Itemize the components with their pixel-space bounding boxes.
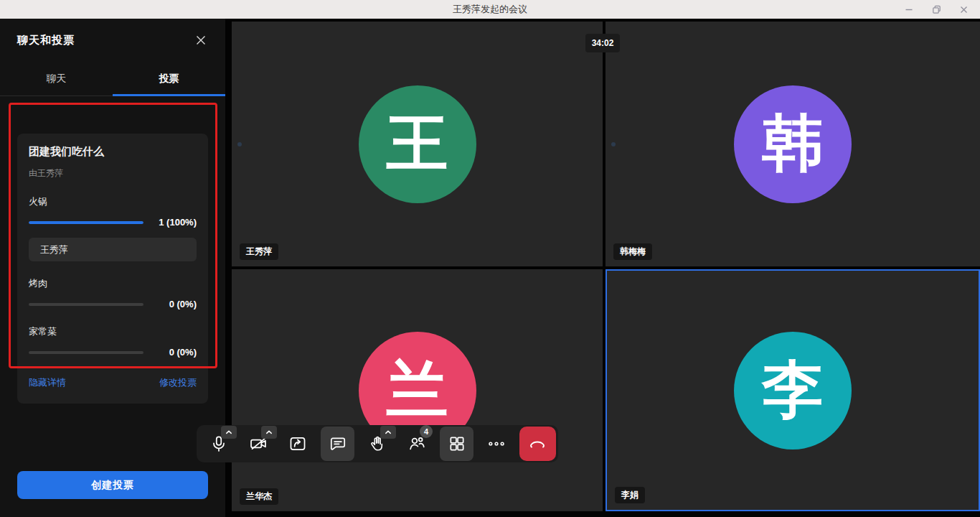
- poll-voter-chip: 王秀萍: [29, 238, 197, 261]
- meeting-timer: 34:02: [585, 34, 620, 52]
- participant-name-tag: 韩梅梅: [613, 243, 652, 260]
- tab-vote[interactable]: 投票: [113, 62, 225, 96]
- more-dots-icon: [487, 434, 506, 453]
- participant-name-tag: 王秀萍: [240, 243, 278, 260]
- video-tile-lanhuajie[interactable]: 兰 兰华杰: [232, 269, 603, 511]
- poll-voter-name: 王秀萍: [40, 243, 68, 256]
- hide-details-link[interactable]: 隐藏详情: [29, 376, 66, 389]
- poll-creator: 由王秀萍: [29, 167, 197, 180]
- active-tab-underline: [113, 94, 225, 96]
- minimize-button[interactable]: [895, 0, 923, 19]
- microphone-button[interactable]: [199, 425, 238, 462]
- poll-option: 烤肉 0 (0%): [29, 277, 197, 309]
- meeting-window: 王秀萍发起的会议: [0, 0, 980, 517]
- panel-title: 聊天和投票: [17, 34, 75, 47]
- poll-option-result: 0 (0%): [169, 347, 197, 358]
- chevron-up-icon: [265, 428, 273, 437]
- close-icon: [195, 34, 207, 46]
- poll-option-name: 烤肉: [29, 277, 197, 290]
- poll-option-bar-row: 0 (0%): [29, 347, 197, 358]
- share-screen-button[interactable]: [278, 425, 318, 462]
- participant-count-badge: 4: [420, 425, 433, 438]
- participant-name-tag: 李娟: [615, 487, 645, 503]
- close-window-button[interactable]: [950, 0, 977, 19]
- tab-chat[interactable]: 聊天: [0, 62, 113, 96]
- poll-option-result: 0 (0%): [169, 299, 197, 309]
- close-window-icon: [960, 6, 968, 14]
- panel-header: 聊天和投票: [0, 19, 225, 62]
- minimize-icon: [905, 5, 913, 14]
- poll-progress-fill: [29, 221, 143, 224]
- chat-poll-panel: 聊天和投票 聊天 投票 团建我们吃什么 由王秀萍 火锅: [0, 19, 225, 517]
- panel-tabs: 聊天 投票: [0, 62, 225, 96]
- camera-options-button[interactable]: [261, 426, 277, 439]
- video-tile-wangxiuping[interactable]: 王 王秀萍: [232, 22, 603, 266]
- window-title: 王秀萍发起的会议: [453, 3, 527, 16]
- video-tile-lijuan-selected[interactable]: 李 李娟: [606, 269, 980, 511]
- poll-option-name: 火锅: [29, 195, 197, 208]
- microphone-options-button[interactable]: [221, 426, 237, 439]
- avatar: 李: [734, 332, 852, 450]
- poll-progress-track: [29, 303, 143, 306]
- chat-button[interactable]: [321, 427, 354, 461]
- poll-option-name: 家常菜: [29, 325, 197, 338]
- chat-icon: [329, 434, 347, 453]
- avatar: 王: [359, 85, 476, 203]
- indicator-dot: [237, 142, 242, 146]
- poll-progress-track: [29, 221, 143, 224]
- modify-vote-link[interactable]: 修改投票: [159, 376, 197, 389]
- video-tile-hanmeimei[interactable]: 韩 韩梅梅: [606, 22, 980, 266]
- participant-name-tag: 兰华杰: [240, 488, 278, 505]
- grid-layout-icon: [448, 434, 466, 453]
- restore-icon: [932, 5, 941, 14]
- share-screen-icon: [288, 434, 307, 453]
- restore-button[interactable]: [923, 0, 950, 19]
- camera-off-button[interactable]: [238, 425, 278, 462]
- tab-chat-label: 聊天: [47, 73, 67, 85]
- control-toolbar: 4: [197, 425, 558, 462]
- chevron-up-icon: [225, 428, 233, 437]
- layout-button[interactable]: [440, 427, 473, 461]
- hang-up-icon: [528, 434, 547, 453]
- chevron-up-icon: [384, 428, 392, 437]
- indicator-dot: [611, 142, 616, 146]
- poll-option: 火锅 1 (100%) 王秀萍: [29, 195, 197, 261]
- poll-progress-track: [29, 351, 143, 354]
- avatar: 韩: [734, 85, 852, 203]
- raise-hand-button[interactable]: [357, 425, 397, 462]
- poll-option-bar-row: 1 (100%): [29, 217, 197, 228]
- poll-title: 团建我们吃什么: [29, 145, 197, 159]
- raise-hand-options-button[interactable]: [380, 426, 396, 439]
- poll-option-bar-row: 0 (0%): [29, 299, 197, 309]
- tab-vote-label: 投票: [159, 73, 179, 85]
- window-controls: [895, 0, 977, 19]
- poll-option: 家常菜 0 (0%): [29, 325, 197, 358]
- titlebar: 王秀萍发起的会议: [0, 0, 980, 19]
- poll-card: 团建我们吃什么 由王秀萍 火锅 1 (100%) 王秀萍 烤肉: [17, 134, 208, 404]
- create-poll-button[interactable]: 创建投票: [17, 471, 208, 499]
- close-panel-button[interactable]: [194, 33, 208, 47]
- participants-button[interactable]: 4: [397, 425, 437, 462]
- poll-links: 隐藏详情 修改投票: [29, 376, 197, 389]
- more-button[interactable]: [476, 425, 516, 462]
- hang-up-button[interactable]: [519, 427, 556, 461]
- poll-option-result: 1 (100%): [159, 217, 197, 228]
